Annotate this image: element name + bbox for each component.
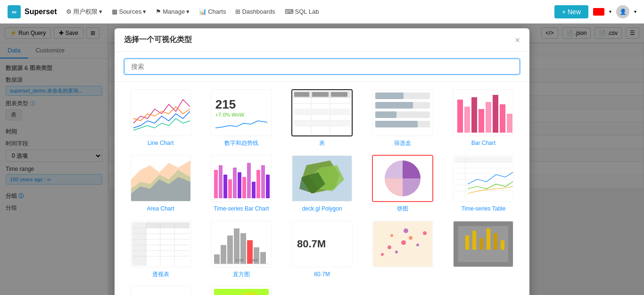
svg-rect-83 xyxy=(260,252,266,264)
brand-icon: ∞ xyxy=(8,5,21,18)
svg-rect-14 xyxy=(331,92,347,97)
chart-type-modal: 选择一个可视化类型 × Line Chart 215 +7.0% WoW 数字和… xyxy=(115,28,529,295)
chart-label-area: Area Chart xyxy=(147,205,174,213)
svg-rect-33 xyxy=(507,114,512,133)
chart-label-time-series-table: Time-series Table xyxy=(461,205,505,213)
svg-rect-13 xyxy=(312,92,329,97)
svg-rect-37 xyxy=(219,165,223,198)
new-button[interactable]: + New xyxy=(554,5,588,18)
chart-label-histogram: 直方图 xyxy=(233,270,250,278)
svg-point-95 xyxy=(390,234,393,237)
navbar-right: + New ▾ 👤 ▾ xyxy=(554,5,636,18)
chart-thumb-bar xyxy=(453,89,514,136)
svg-rect-41 xyxy=(238,172,241,198)
chart-label-big-number2: 80.7M xyxy=(314,270,330,278)
modal-header: 选择一个可视化类型 × xyxy=(115,28,529,52)
chart-type-item-scatter[interactable] xyxy=(366,220,439,278)
svg-rect-22 xyxy=(375,102,413,109)
svg-rect-105 xyxy=(131,287,190,295)
nav-charts[interactable]: 📊 Charts xyxy=(199,8,226,15)
chevron-down-icon: ▾ xyxy=(609,9,611,14)
svg-rect-65 xyxy=(132,222,146,266)
chart-label-pivot: 透视表 xyxy=(152,270,169,278)
chart-type-item-filter-box[interactable]: 筛选盒 xyxy=(366,89,439,147)
svg-rect-21 xyxy=(375,93,404,99)
svg-rect-99 xyxy=(465,236,469,250)
nav-sqllab[interactable]: ⌨ SQL Lab xyxy=(285,8,319,15)
chart-type-item-bar[interactable]: Bar Chart xyxy=(447,89,520,147)
chart-type-item-deck-polygon[interactable]: deck.gl Polygon xyxy=(285,155,358,213)
user-chevron-icon: ▾ xyxy=(634,9,636,14)
chart-thumb-pie xyxy=(372,155,433,202)
svg-rect-43 xyxy=(247,163,251,198)
chart-thumb-time-series-table xyxy=(453,155,514,202)
user-avatar[interactable]: 👤 xyxy=(616,5,629,18)
svg-rect-15 xyxy=(294,92,309,97)
nav-permissions[interactable]: ⚙ 用户权限 ▾ xyxy=(66,8,102,16)
chart-type-item-line2[interactable] xyxy=(124,286,197,295)
svg-rect-32 xyxy=(500,104,505,133)
svg-point-89 xyxy=(388,245,391,249)
svg-rect-31 xyxy=(493,95,498,133)
chart-type-item-table[interactable]: 表 xyxy=(285,89,358,147)
svg-point-91 xyxy=(401,240,406,245)
chart-type-item-pie[interactable]: 饼图 xyxy=(366,155,439,213)
svg-point-88 xyxy=(381,253,384,256)
chart-type-item-big-number2[interactable]: 80.7M 80.7M xyxy=(285,220,358,278)
svg-rect-47 xyxy=(266,175,270,198)
svg-rect-38 xyxy=(223,175,227,198)
nav-sources[interactable]: ▦ Sources ▾ xyxy=(112,8,146,15)
svg-text:1,200: 1,200 xyxy=(235,259,244,262)
chart-thumb-deck-polygon xyxy=(291,155,353,202)
chart-thumb-line2 xyxy=(130,286,191,295)
chart-type-item-map3d[interactable] xyxy=(447,220,520,278)
chart-type-item-heatmap[interactable] xyxy=(205,286,278,295)
chart-thumb-pivot xyxy=(130,220,191,268)
chart-type-item-pivot[interactable]: 透视表 xyxy=(124,220,197,278)
nav-dashboards[interactable]: ⊞ Dashboards xyxy=(235,8,275,15)
chart-thumb-area xyxy=(130,155,191,202)
svg-rect-28 xyxy=(471,97,477,133)
language-flag[interactable] xyxy=(593,8,604,16)
svg-point-93 xyxy=(416,244,419,246)
svg-rect-23 xyxy=(375,111,396,118)
chart-type-item-big-number[interactable]: 215 +7.0% WoW 数字和趋势线 xyxy=(205,89,278,147)
chart-type-item-histogram[interactable]: 1,200 2,400 直方图 xyxy=(205,220,278,278)
svg-rect-26 xyxy=(457,100,463,133)
svg-rect-100 xyxy=(472,231,476,250)
svg-point-90 xyxy=(395,251,398,253)
brand-name: Superset xyxy=(25,8,57,16)
modal-overlay[interactable]: 选择一个可视化类型 × Line Chart 215 +7.0% WoW 数字和… xyxy=(0,24,644,295)
svg-rect-102 xyxy=(487,228,490,250)
modal-close-button[interactable]: × xyxy=(515,36,520,44)
chart-label-bar: Bar Chart xyxy=(471,139,495,147)
chart-label-filter-box: 筛选盒 xyxy=(394,139,411,147)
modal-body: Line Chart 215 +7.0% WoW 数字和趋势线 表 筛选盒 xyxy=(115,82,529,295)
svg-rect-36 xyxy=(214,170,218,198)
svg-rect-42 xyxy=(242,177,246,198)
chart-label-big-number: 数字和趋势线 xyxy=(224,139,258,147)
chart-type-item-time-series-table[interactable]: Time-series Table xyxy=(447,155,520,213)
modal-title: 选择一个可视化类型 xyxy=(124,35,192,45)
svg-rect-78 xyxy=(227,236,233,264)
chart-thumb-time-series-bar xyxy=(211,155,272,202)
chart-type-item-line[interactable]: Line Chart xyxy=(124,89,197,147)
chart-thumb-map3d xyxy=(453,220,514,268)
svg-rect-39 xyxy=(228,179,232,198)
svg-rect-101 xyxy=(479,238,483,250)
search-input[interactable] xyxy=(124,59,520,75)
svg-rect-44 xyxy=(252,182,256,198)
nav-manage[interactable]: ⚑ Manage ▾ xyxy=(156,8,190,15)
chart-label-pie: 饼图 xyxy=(397,205,408,213)
svg-rect-76 xyxy=(214,254,220,264)
chart-label-deck-polygon: deck.gl Polygon xyxy=(302,205,342,213)
svg-rect-40 xyxy=(233,168,237,198)
chart-thumb-scatter xyxy=(372,220,433,268)
svg-rect-29 xyxy=(479,109,484,133)
chart-type-item-time-series-bar[interactable]: Time-series Bar Chart xyxy=(205,155,278,213)
chart-label-time-series-bar: Time-series Bar Chart xyxy=(214,205,269,213)
svg-text:2,400: 2,400 xyxy=(249,259,258,262)
chart-type-item-area[interactable]: Area Chart xyxy=(124,155,197,213)
svg-rect-11 xyxy=(293,109,351,115)
svg-point-96 xyxy=(404,228,408,233)
